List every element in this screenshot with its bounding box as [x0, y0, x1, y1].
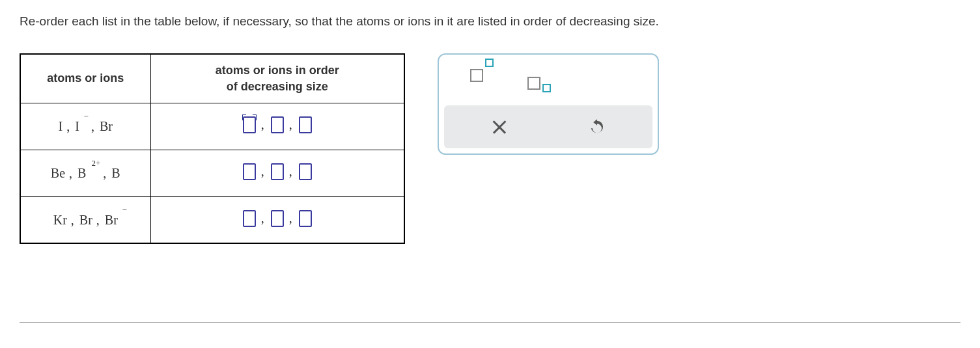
- answer-cell: , ,: [150, 196, 404, 243]
- clear-button[interactable]: [490, 117, 509, 137]
- instruction-text: Re-order each list in the table below, i…: [20, 13, 960, 31]
- answer-input[interactable]: [243, 163, 256, 180]
- palette-row: [439, 55, 658, 105]
- answer-input[interactable]: [243, 116, 256, 133]
- superscript-button[interactable]: [468, 59, 495, 86]
- undo-icon: [588, 118, 606, 136]
- species-cell: Kr, Br, Br−: [20, 196, 150, 243]
- action-row: [444, 105, 652, 148]
- answer-input[interactable]: [299, 210, 312, 227]
- answer-cell: , ,: [150, 150, 404, 196]
- answer-input[interactable]: [271, 116, 284, 133]
- header-atoms-or-ions: atoms or ions: [20, 54, 150, 103]
- close-icon: [491, 118, 508, 135]
- table-row: I, I−, Br , ,: [20, 103, 404, 150]
- answer-cell: , ,: [150, 103, 404, 150]
- answer-input[interactable]: [299, 163, 312, 180]
- formatting-toolbox: [438, 53, 659, 155]
- answer-input[interactable]: [299, 116, 312, 133]
- subscript-button[interactable]: [525, 66, 552, 94]
- bottom-divider: [20, 322, 960, 323]
- table-row: Be, B2+, B , ,: [20, 150, 404, 196]
- species-cell: Be, B2+, B: [20, 150, 150, 196]
- header-ordered: atoms or ions in order of decreasing siz…: [150, 54, 404, 103]
- table-row: Kr, Br, Br− , ,: [20, 196, 404, 243]
- species-cell: I, I−, Br: [20, 103, 150, 150]
- content-row: atoms or ions atoms or ions in order of …: [20, 53, 960, 245]
- answer-input[interactable]: [243, 210, 256, 227]
- answer-input[interactable]: [271, 163, 284, 180]
- undo-button[interactable]: [587, 117, 607, 137]
- species-table: atoms or ions atoms or ions in order of …: [20, 53, 405, 245]
- answer-input[interactable]: [271, 210, 284, 227]
